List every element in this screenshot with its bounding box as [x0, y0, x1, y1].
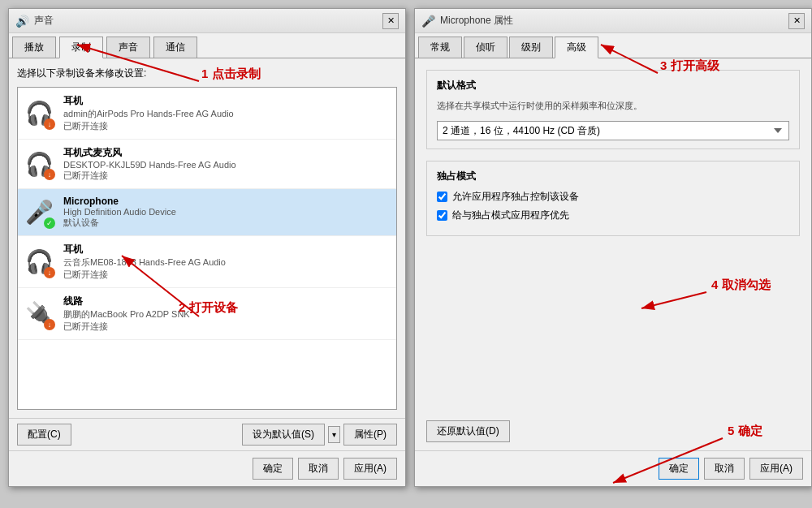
device-list: 🎧 ↓ 耳机 admin的AirPods Pro Hands-Free AG A…: [17, 87, 397, 410]
allow-exclusive-label: 允许应用程序独占控制该设备: [452, 190, 579, 204]
left-title-text: 声音: [34, 14, 54, 28]
status-badge-4: ↓: [44, 267, 55, 278]
exclusive-mode-section: 独占模式 允许应用程序独占控制该设备 给与独占模式应用程序优先: [426, 161, 800, 236]
set-default-button[interactable]: 设为默认值(S): [242, 424, 325, 446]
sound-dialog: 🔊 声音 ✕ 播放 录制 声音 通信 选择以下录制设备来修改设置: 🎧 ↓: [8, 8, 406, 487]
device-info-2: 耳机式麦克风 DESKTOP-KKJL59D Hands-Free AG Aud…: [63, 146, 391, 182]
right-content: 默认格式 选择在共享模式中运行时使用的采样频率和位深度。 2 通道，16 位，4…: [415, 58, 811, 420]
left-action-bar: 确定 取消 应用(A): [9, 450, 405, 486]
left-title: 🔊 声音: [15, 14, 54, 28]
left-close-button[interactable]: ✕: [382, 13, 399, 29]
device-sub-1: admin的AirPods Pro Hands-Free AG Audio: [63, 108, 391, 120]
left-bottom-bar: 配置(C) 设为默认值(S) ▾ 属性(P): [9, 418, 405, 450]
set-default-dropdown[interactable]: ▾: [328, 426, 340, 443]
give-priority-label: 给与独占模式应用程序优先: [452, 209, 569, 222]
right-tabs: 常规 侦听 级别 高级: [415, 33, 811, 58]
device-info-3: Microphone High Definition Audio Device …: [63, 196, 391, 229]
right-cancel-button[interactable]: 取消: [704, 458, 745, 480]
right-title: 🎤 Microphone 属性: [421, 14, 513, 28]
device-name-2: 耳机式麦克风: [63, 146, 391, 160]
tab-sound[interactable]: 声音: [106, 37, 150, 58]
tab-record[interactable]: 录制: [59, 37, 103, 58]
device-status-4: 已断开连接: [63, 269, 391, 281]
allow-exclusive-row: 允许应用程序独占控制该设备: [437, 190, 789, 204]
device-name-1: 耳机: [63, 94, 391, 108]
mic-title-icon: 🎤: [421, 15, 435, 28]
tab-listen[interactable]: 侦听: [464, 37, 508, 58]
right-ok-button[interactable]: 确定: [659, 458, 699, 480]
device-sub-3: High Definition Audio Device: [63, 207, 391, 217]
device-icon-3: 🎤 ✓: [23, 196, 55, 229]
left-apply-button[interactable]: 应用(A): [343, 458, 397, 480]
device-sub-5: 鹏鹏的MacBook Pro A2DP SNK: [63, 308, 391, 321]
right-titlebar: 🎤 Microphone 属性 ✕: [415, 9, 811, 33]
device-icon-5: 🔌 ↓: [23, 298, 55, 330]
device-name-4: 耳机: [63, 243, 391, 256]
section-label: 选择以下录制设备来修改设置:: [17, 67, 397, 80]
device-status-2: 已断开连接: [63, 170, 391, 182]
format-select[interactable]: 2 通道，16 位，44100 Hz (CD 音质) 2 通道，24 位，960…: [437, 121, 789, 140]
default-format-section: 默认格式 选择在共享模式中运行时使用的采样频率和位深度。 2 通道，16 位，4…: [426, 70, 800, 149]
default-format-title: 默认格式: [437, 79, 789, 93]
device-status-1: 已断开连接: [63, 120, 391, 132]
device-info-1: 耳机 admin的AirPods Pro Hands-Free AG Audio…: [63, 94, 391, 132]
sound-icon: 🔊: [15, 15, 29, 28]
left-ok-button[interactable]: 确定: [253, 458, 293, 480]
left-tabs: 播放 录制 声音 通信: [9, 33, 405, 58]
left-content: 选择以下录制设备来修改设置: 🎧 ↓ 耳机 admin的AirPods Pro …: [9, 58, 405, 418]
exclusive-mode-title: 独占模式: [437, 170, 789, 183]
device-sub-2: DESKTOP-KKJL59D Hands-Free AG Audio: [63, 160, 391, 170]
device-status-5: 已断开连接: [63, 321, 391, 333]
tab-comm[interactable]: 通信: [153, 37, 197, 58]
device-status-3: 默认设备: [63, 217, 391, 229]
device-info-4: 耳机 云音乐ME08-1873 Hands-Free AG Audio 已断开连…: [63, 243, 391, 281]
device-item-earphone2[interactable]: 🎧 ↓ 耳机式麦克风 DESKTOP-KKJL59D Hands-Free AG…: [18, 140, 396, 189]
device-name-3: Microphone: [63, 196, 391, 207]
right-bottom: 还原默认值(D): [415, 420, 811, 450]
right-action-bar: 确定 取消 应用(A): [415, 450, 811, 486]
device-item-earphone1[interactable]: 🎧 ↓ 耳机 admin的AirPods Pro Hands-Free AG A…: [18, 88, 396, 140]
right-close-button[interactable]: ✕: [788, 13, 805, 29]
give-priority-row: 给与独占模式应用程序优先: [437, 209, 789, 222]
tab-advanced[interactable]: 高级: [555, 37, 598, 58]
device-item-microphone[interactable]: 🎤 ✓ Microphone High Definition Audio Dev…: [18, 189, 396, 236]
device-name-5: 线路: [63, 295, 391, 308]
device-icon-2: 🎧 ↓: [23, 148, 55, 180]
status-badge-1: ↓: [44, 118, 55, 130]
configure-button[interactable]: 配置(C): [17, 424, 71, 446]
restore-button[interactable]: 还原默认值(D): [426, 420, 510, 442]
device-item-line[interactable]: 🔌 ↓ 线路 鹏鹏的MacBook Pro A2DP SNK 已断开连接: [18, 288, 396, 340]
status-badge-3: ✓: [44, 217, 55, 229]
device-item-earphone3[interactable]: 🎧 ↓ 耳机 云音乐ME08-1873 Hands-Free AG Audio …: [18, 236, 396, 288]
tab-playback[interactable]: 播放: [12, 37, 56, 58]
device-info-5: 线路 鹏鹏的MacBook Pro A2DP SNK 已断开连接: [63, 295, 391, 333]
device-sub-4: 云音乐ME08-1873 Hands-Free AG Audio: [63, 256, 391, 269]
device-icon-4: 🎧 ↓: [23, 246, 55, 278]
left-cancel-button[interactable]: 取消: [298, 458, 339, 480]
allow-exclusive-checkbox[interactable]: [437, 192, 447, 202]
tab-general[interactable]: 常规: [418, 37, 462, 58]
give-priority-checkbox[interactable]: [437, 210, 447, 221]
right-apply-button[interactable]: 应用(A): [749, 458, 803, 480]
device-icon-1: 🎧 ↓: [23, 97, 55, 130]
status-badge-2: ↓: [44, 169, 55, 180]
right-title-text: Microphone 属性: [440, 14, 513, 28]
properties-button[interactable]: 属性(P): [343, 424, 397, 446]
status-badge-5: ↓: [44, 319, 55, 330]
default-format-desc: 选择在共享模式中运行时使用的采样频率和位深度。: [437, 99, 789, 113]
tab-level[interactable]: 级别: [509, 37, 553, 58]
left-titlebar: 🔊 声音 ✕: [9, 9, 405, 33]
microphone-properties-dialog: 🎤 Microphone 属性 ✕ 常规 侦听 级别 高级 默认格式 选择在共享…: [414, 8, 812, 487]
